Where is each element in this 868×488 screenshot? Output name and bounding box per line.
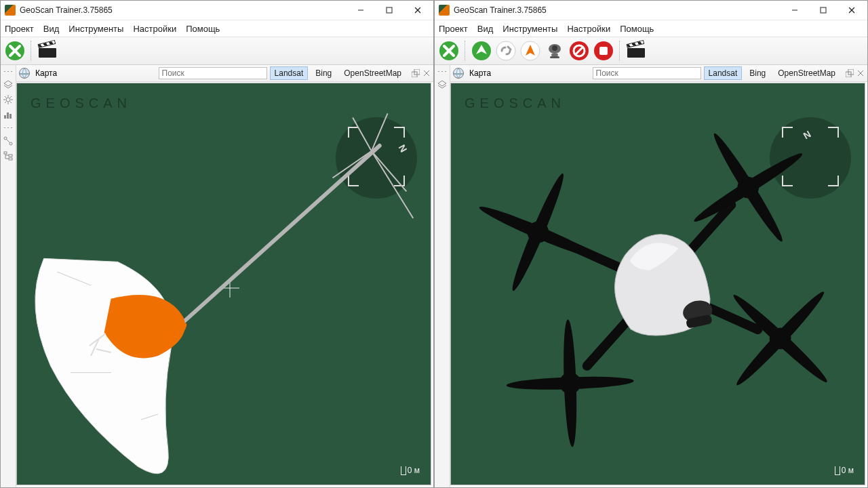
map-viewport[interactable]: GEOSCAN N	[16, 83, 431, 485]
layer-landsat[interactable]: Landsat	[704, 66, 743, 80]
stop-button[interactable]	[593, 41, 614, 61]
scale-label: 0 м	[842, 466, 854, 475]
svg-line-16	[5, 102, 6, 103]
scene-quadcopter	[451, 83, 865, 485]
record-button[interactable]	[626, 41, 646, 61]
close-button[interactable]	[837, 1, 866, 20]
main-area: Карта Landsat Bing OpenStreetMap GEOSCAN	[16, 65, 433, 487]
menu-view[interactable]: Вид	[43, 24, 60, 34]
window-left: GeoScan Trainer.3.75865 Проект Вид Инстр…	[0, 0, 434, 488]
svg-line-13	[5, 96, 6, 98]
point-button[interactable]	[520, 41, 540, 61]
svg-point-21	[9, 142, 12, 145]
clapperboard-icon	[39, 44, 56, 58]
toolbar-separator	[465, 41, 466, 61]
layer-bing[interactable]: Bing	[311, 66, 336, 80]
workspace: Карта Landsat Bing OpenStreetMap GEOSCAN	[435, 65, 867, 487]
toolbar-separator	[31, 41, 32, 61]
window-title: GeoScan Trainer.3.75865	[20, 5, 113, 15]
panel-float-icon[interactable]	[412, 69, 420, 77]
toolbar	[435, 37, 867, 65]
svg-marker-7	[4, 81, 12, 86]
panel-close-icon[interactable]	[422, 69, 431, 77]
map-viewport[interactable]: GEOSCAN N	[450, 83, 865, 485]
svg-line-36	[180, 146, 380, 325]
menu-tools[interactable]: Инструменты	[68, 24, 123, 34]
svg-rect-17	[4, 115, 6, 119]
layers-icon[interactable]	[3, 79, 14, 90]
menu-settings[interactable]: Настройки	[133, 24, 176, 34]
dual-window-container: GeoScan Trainer.3.75865 Проект Вид Инстр…	[0, 0, 868, 488]
menu-view[interactable]: Вид	[477, 24, 494, 34]
layers-icon[interactable]	[437, 79, 448, 90]
svg-point-8	[6, 98, 10, 102]
panel-float-icon[interactable]	[846, 69, 854, 77]
svg-rect-58	[550, 56, 559, 58]
map-tab-label[interactable]: Карта	[467, 68, 494, 78]
scale-bar: 0 м	[835, 466, 854, 475]
takeoff-button[interactable]	[471, 41, 492, 61]
app-icon	[5, 5, 16, 16]
maximize-button[interactable]	[809, 1, 837, 20]
svg-line-31	[353, 117, 372, 151]
svg-rect-23	[4, 152, 7, 154]
map-search-input[interactable]	[593, 67, 701, 79]
menu-project[interactable]: Проект	[439, 24, 468, 34]
map-tabbar: Карта Landsat Bing OpenStreetMap	[16, 65, 433, 82]
svg-rect-63	[599, 47, 608, 55]
svg-point-56	[552, 45, 557, 51]
scale-bar: 0 м	[401, 466, 420, 475]
menu-settings[interactable]: Настройки	[567, 24, 610, 34]
minimize-button[interactable]	[781, 1, 809, 20]
menu-project[interactable]: Проект	[5, 24, 34, 34]
panel-close-icon[interactable]	[856, 69, 865, 77]
svg-rect-1	[387, 7, 392, 13]
scale-label: 0 м	[408, 466, 420, 475]
svg-point-80	[561, 319, 578, 447]
drag-handle-icon	[3, 70, 13, 73]
menu-help[interactable]: Помощь	[620, 24, 654, 34]
svg-rect-18	[7, 113, 9, 119]
record-button[interactable]	[37, 41, 58, 61]
drag-handle-icon	[3, 127, 13, 129]
tree-icon[interactable]	[3, 150, 14, 161]
svg-rect-19	[9, 114, 12, 119]
clapperboard-icon	[627, 44, 645, 58]
layer-bing[interactable]: Bing	[745, 66, 770, 80]
close-button[interactable]	[403, 1, 432, 20]
svg-rect-24	[9, 155, 12, 157]
svg-line-22	[7, 140, 10, 143]
window-title: GeoScan Trainer.3.75865	[454, 5, 547, 15]
menu-tools[interactable]: Инструменты	[502, 24, 557, 34]
window-right: GeoScan Trainer.3.75865 Проект Вид Инстр…	[434, 0, 868, 488]
map-tab-label[interactable]: Карта	[33, 68, 60, 78]
toolbar-separator	[619, 41, 620, 61]
cancel-button[interactable]	[569, 41, 589, 61]
link-button[interactable]	[496, 41, 516, 61]
svg-point-20	[4, 137, 7, 140]
left-sidebar	[1, 65, 16, 487]
camera-button[interactable]	[545, 41, 565, 61]
svg-line-34	[372, 151, 413, 218]
svg-line-33	[372, 151, 406, 191]
map-search-input[interactable]	[159, 67, 267, 79]
chart-icon[interactable]	[3, 109, 14, 120]
panel-controls	[846, 69, 865, 77]
gear-icon[interactable]	[3, 94, 14, 105]
menubar: Проект Вид Инструменты Настройки Помощь	[435, 20, 867, 37]
layer-osm[interactable]: OpenStreetMap	[773, 66, 840, 80]
layer-landsat[interactable]: Landsat	[270, 66, 309, 80]
maximize-button[interactable]	[375, 1, 403, 20]
scene-fixed-wing	[17, 83, 431, 485]
disconnect-button[interactable]	[5, 41, 25, 61]
svg-point-78	[709, 130, 787, 245]
minimize-button[interactable]	[347, 1, 375, 20]
menu-help[interactable]: Помощь	[186, 24, 220, 34]
layer-osm[interactable]: OpenStreetMap	[339, 66, 406, 80]
network-icon[interactable]	[3, 136, 14, 146]
left-sidebar	[435, 65, 450, 487]
main-area: Карта Landsat Bing OpenStreetMap GEOSCAN	[450, 65, 867, 487]
svg-line-35	[332, 151, 371, 178]
disconnect-button[interactable]	[439, 41, 459, 61]
svg-rect-57	[551, 54, 558, 56]
